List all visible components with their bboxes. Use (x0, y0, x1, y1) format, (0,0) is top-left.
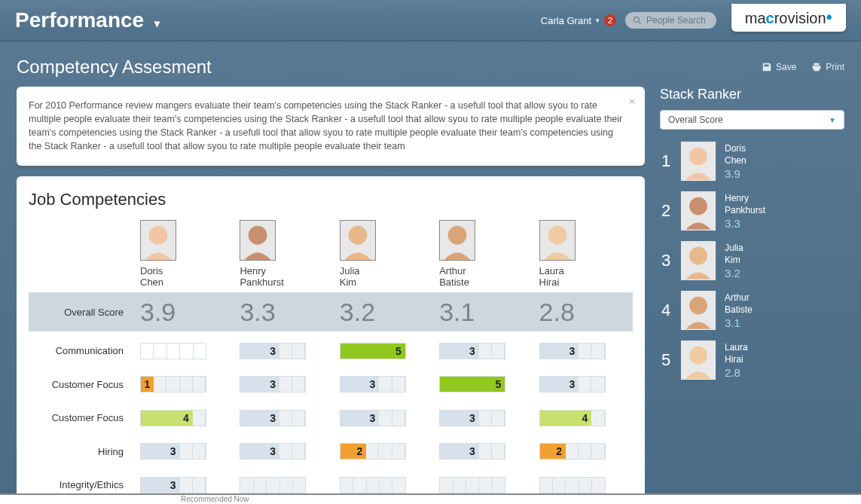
rating-cell: 3 (234, 404, 333, 432)
rank-item[interactable]: 1 Doris Chen 3.9 (660, 142, 844, 181)
rating-bar[interactable]: 3 (240, 410, 306, 426)
rating-bar[interactable]: 3 (240, 443, 306, 460)
rating-bar[interactable]: 3 (439, 343, 505, 359)
chevron-down-icon: ▾ (596, 17, 600, 24)
brand-logo: macrovision• (731, 4, 846, 32)
print-button[interactable]: Print (811, 62, 844, 72)
competency-row-label: Hiring (29, 437, 134, 466)
close-icon[interactable]: ✕ (628, 96, 636, 108)
user-menu[interactable]: Carla Grant ▾ 2 (541, 14, 616, 26)
rating-bar[interactable]: 4 (140, 410, 206, 426)
rank-first: Laura (725, 342, 748, 353)
page-title: Competency Assesment (17, 57, 212, 78)
rating-bar[interactable]: 3 (240, 343, 306, 359)
rating-bar[interactable] (340, 477, 406, 493)
rating-cell: 3 (234, 337, 333, 365)
person-last: Chen (140, 276, 227, 288)
overall-score-label: Overall Score (29, 292, 134, 331)
rank-score: 2.8 (725, 366, 748, 379)
bottom-cutoff: Recommended Now (0, 493, 861, 504)
search-placeholder: People Search (646, 15, 706, 26)
top-bar: Performance ▾ Carla Grant ▾ 2 People Sea… (0, 0, 861, 41)
rank-last: Hirai (725, 354, 748, 365)
person-header: Henry Pankhurst (234, 220, 333, 293)
competency-card: Job Competencies Doris Chen Henry Pankhu… (17, 176, 645, 505)
avatar (140, 220, 176, 261)
rank-item[interactable]: 4 Arthur Batiste 3.1 (660, 291, 844, 330)
rating-bar[interactable] (439, 477, 505, 493)
rating-bar[interactable]: 3 (140, 477, 206, 493)
rank-number: 3 (660, 251, 672, 270)
rating-bar[interactable] (140, 343, 206, 359)
rating-bar[interactable] (539, 477, 606, 493)
rating-bar[interactable]: 2 (539, 443, 606, 460)
competency-row-label: Customer Focus (29, 370, 134, 399)
rating-cell: 3 (134, 437, 234, 466)
rating-cell: 5 (334, 337, 433, 365)
rating-cell: 3 (533, 370, 633, 399)
rank-item[interactable]: 3 Julia Kim 3.2 (660, 241, 844, 280)
rank-last: Batiste (725, 304, 753, 315)
app-title-text: Performance (15, 8, 144, 32)
rank-last: Chen (725, 155, 747, 166)
person-header: Laura Hirai (533, 220, 633, 293)
rank-number: 2 (660, 201, 672, 221)
avatar (340, 220, 376, 261)
notification-badge[interactable]: 2 (604, 14, 616, 26)
rating-bar[interactable]: 5 (439, 376, 505, 393)
rating-bar[interactable]: 3 (340, 410, 406, 426)
svg-line-3 (639, 22, 641, 24)
rating-bar[interactable]: 3 (240, 376, 306, 393)
rating-bar[interactable]: 3 (439, 410, 505, 426)
rating-bar[interactable]: 3 (140, 443, 206, 460)
person-first: Arthur (439, 265, 527, 276)
rating-cell: 1 (134, 370, 234, 399)
rating-bar[interactable]: 4 (539, 410, 606, 426)
search-input[interactable]: People Search (625, 12, 716, 29)
overall-score-value: 3.1 (433, 292, 533, 331)
rank-number: 5 (660, 350, 672, 370)
rating-bar[interactable]: 3 (340, 376, 406, 393)
stack-ranker-panel: Stack Ranker Overall Score ▼ 1 Doris Che… (660, 87, 844, 504)
rating-cell: 3 (334, 370, 433, 399)
avatar (240, 220, 276, 261)
rating-bar[interactable] (240, 477, 306, 493)
rank-last: Kim (725, 255, 743, 265)
card-title: Job Competencies (29, 190, 633, 209)
save-button[interactable]: Save (762, 62, 796, 72)
person-last: Kim (340, 276, 427, 288)
rating-bar[interactable]: 5 (340, 343, 406, 359)
rating-cell: 3 (433, 404, 533, 432)
person-header: Julia Kim (334, 220, 433, 293)
rank-score: 3.3 (725, 217, 765, 230)
rating-cell: 3 (334, 404, 433, 432)
rating-cell: 4 (134, 404, 234, 432)
app-switcher[interactable]: Performance ▾ (15, 8, 160, 32)
overall-score-value: 3.3 (234, 292, 333, 331)
rating-bar[interactable]: 3 (539, 376, 606, 393)
rating-cell: 3 (433, 337, 533, 365)
person-first: Laura (539, 265, 627, 276)
rank-item[interactable]: 2 Henry Pankhurst 3.3 (660, 191, 844, 231)
competency-row-label: Customer Focus (29, 404, 134, 432)
rank-number: 1 (660, 151, 672, 171)
avatar (681, 241, 716, 280)
ranker-sort-select[interactable]: Overall Score ▼ (660, 110, 844, 130)
rank-score: 3.9 (725, 167, 747, 180)
rating-cell: 4 (533, 404, 633, 432)
rating-cell (134, 337, 234, 365)
rank-item[interactable]: 5 Laura Hirai 2.8 (660, 341, 844, 380)
rating-bar[interactable]: 2 (340, 443, 406, 460)
rating-bar[interactable]: 3 (439, 443, 505, 460)
chevron-down-icon: ▾ (154, 17, 160, 29)
rank-first: Arthur (725, 292, 753, 303)
avatar (439, 220, 475, 261)
rating-bar[interactable]: 1 (140, 376, 206, 393)
rank-score: 3.1 (725, 316, 753, 329)
rating-bar[interactable]: 3 (539, 343, 606, 359)
rating-cell: 3 (234, 370, 333, 399)
rating-cell: 2 (334, 437, 433, 466)
rating-cell: 5 (433, 370, 533, 399)
rating-cell: 3 (533, 337, 633, 365)
overall-score-value: 3.9 (134, 292, 234, 331)
